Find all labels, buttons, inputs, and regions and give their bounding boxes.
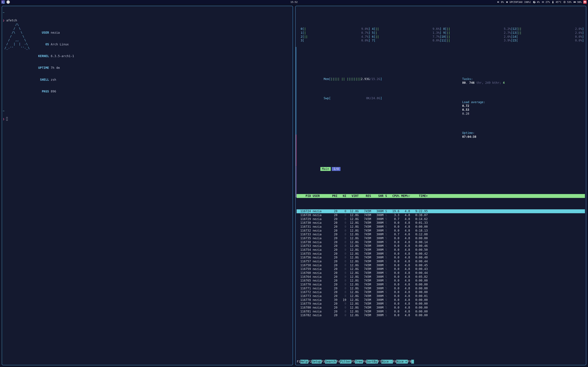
- afetch-value-shell: zsh: [51, 78, 56, 81]
- process-row[interactable]: 116756nezia20012.8G745M300MS0.04.80:00.4…: [297, 256, 585, 259]
- footer-key[interactable]: F8Nice +: [393, 360, 408, 364]
- gear-indicator[interactable]: 4%: [533, 0, 540, 4]
- tasks-label: Tasks:: [462, 77, 473, 81]
- terminal-app-icon[interactable]: >_: [1, 0, 5, 4]
- load-5: 0.53: [462, 108, 469, 111]
- afetch-value-kernel: 6.3.5-arch1-1: [51, 54, 74, 58]
- col-shr[interactable]: SHR: [371, 194, 383, 198]
- process-row[interactable]: 116754nezia20012.8G745M300MS0.04.80:00.5…: [297, 248, 585, 252]
- volume-icon: [497, 0, 500, 4]
- process-row[interactable]: 116728nezia20012.8G745M300MS3.34.80:38.0…: [297, 213, 585, 217]
- footer-key[interactable]: F2Setup: [308, 360, 321, 364]
- process-row[interactable]: 116780nezia20012.8G745M300MS0.04.80:00.0…: [297, 306, 585, 309]
- uptime-line: Uptime: 07:04:38: [437, 127, 584, 142]
- cursor[interactable]: [6, 117, 8, 121]
- footer-key[interactable]: F3Search: [321, 360, 337, 364]
- tasks-running: 4: [503, 81, 505, 84]
- menu-icon: [541, 0, 545, 4]
- afetch-value-pkgs: 896: [51, 90, 56, 93]
- prompt-icon: ❯: [3, 19, 6, 22]
- swp-label: Swp: [324, 97, 329, 100]
- terminal-pane-right[interactable]: 0[|9.0%]4[||9.6%]8[||5.2%]12[||2.0%]1[|0…: [295, 6, 587, 365]
- col-res[interactable]: RES: [359, 194, 371, 198]
- process-row[interactable]: 116738nezia20012.8G745M300MS0.04.80:00.1…: [297, 240, 585, 244]
- process-row[interactable]: 116764nezia20012.8G745M300MS0.04.80:05.8…: [297, 275, 585, 279]
- battery-indicator[interactable]: 98%: [573, 0, 581, 4]
- process-row[interactable]: 116765nezia20012.8G745M300MS0.04.80:00.0…: [297, 279, 585, 283]
- brightness-indicator[interactable]: 53%: [563, 0, 571, 4]
- process-row[interactable]: 116759nezia20012.8G745M300MS0.04.80:00.4…: [297, 267, 585, 271]
- process-row[interactable]: 116781nezia20012.8G745M300MS0.04.80:00.0…: [297, 309, 585, 314]
- volume-indicator[interactable]: 0%: [497, 0, 504, 4]
- tasks-thr-label: thr: [475, 81, 482, 84]
- load-15: 0.28: [462, 112, 469, 115]
- tasks-kthr: 249 kthr: [485, 81, 499, 84]
- process-list[interactable]: 116724nezia20012.8G745M300MS19.64.89:22.…: [297, 209, 585, 317]
- wifi-indicator[interactable]: UPC59F3A0 (88%): [505, 0, 531, 4]
- tab-main[interactable]: Main: [320, 167, 331, 171]
- uptime-label: Uptime:: [462, 131, 475, 134]
- process-row[interactable]: 116778nezia391912.8G745M300MS0.04.80:00.…: [297, 298, 585, 302]
- wifi-icon: [505, 0, 509, 4]
- swp-used: 0K: [366, 97, 370, 100]
- process-row[interactable]: 116770nezia20012.8G745M300MS0.04.80:00.0…: [297, 283, 585, 286]
- afetch-label-shell: SHELL: [36, 78, 49, 82]
- afetch-label-kernel: KERNEL: [36, 54, 49, 58]
- footer-key[interactable]: F7Nice -: [378, 360, 393, 364]
- col-s[interactable]: S: [383, 194, 387, 198]
- process-row[interactable]: 116773nezia20012.8G745M300MS0.04.80:00.0…: [297, 294, 585, 298]
- process-header[interactable]: PID USER PRI NI VIRT RES SHR S CPU% MEM%…: [297, 194, 585, 198]
- process-row[interactable]: 116724nezia20012.8G745M300MS19.64.89:22.…: [297, 209, 585, 213]
- col-ni[interactable]: NI: [337, 194, 346, 198]
- svg-rect-2: [574, 2, 575, 2]
- app-icon[interactable]: [7, 0, 10, 4]
- process-row[interactable]: 116771nezia20012.8G745M300MS0.04.80:00.0…: [297, 286, 585, 290]
- process-row[interactable]: 116753nezia20012.8G745M300MS0.04.80:00.4…: [297, 244, 585, 248]
- tab-io[interactable]: I/O: [332, 167, 340, 171]
- process-row[interactable]: 116729nezia20012.8G745M300MS0.74.80:14.6…: [297, 217, 585, 221]
- col-cpu[interactable]: CPU%: [387, 194, 399, 198]
- cpu-meter: 7[0.0%]: [370, 39, 441, 42]
- tasks-procs: 80: [462, 81, 466, 84]
- command-text: afetch: [6, 19, 17, 22]
- sun-icon: [563, 0, 566, 4]
- col-pid[interactable]: PID: [299, 194, 311, 198]
- col-virt[interactable]: VIRT: [346, 194, 359, 198]
- afetch-info: USER nezia OS Arch Linux KERNEL 6.3.5-ar…: [36, 23, 74, 101]
- temp-indicator[interactable]: 45°C: [552, 0, 562, 4]
- footer-key[interactable]: F6SortBy: [363, 360, 378, 364]
- process-row[interactable]: 116733nezia20012.8G745M300MS0.74.80:12.0…: [297, 233, 585, 236]
- process-row[interactable]: 116755nezia20012.8G745M300MS0.04.80:00.4…: [297, 252, 585, 256]
- afetch-value-user: nezia: [51, 31, 60, 34]
- process-row[interactable]: 116758nezia20012.8G745M300MS0.04.80:00.4…: [297, 263, 585, 267]
- footer-key[interactable]: F5Tree: [351, 360, 363, 364]
- col-time[interactable]: TIME+: [410, 194, 428, 198]
- footer-key[interactable]: F1Help: [297, 360, 308, 364]
- process-row[interactable]: 116782nezia20012.8G745M300MS0.04.80:00.0…: [297, 313, 585, 317]
- cpu-meter: 2[||4.7%]: [299, 35, 370, 39]
- col-user[interactable]: USER: [311, 194, 327, 198]
- htop-meters: 0[|9.0%]4[||9.6%]8[||5.2%]12[||2.0%]1[|0…: [297, 15, 585, 182]
- col-mem[interactable]: MEM%▽: [399, 194, 410, 198]
- process-row[interactable]: 116731nezia20012.8G745M300MS0.04.80:00.0…: [297, 225, 585, 229]
- swap-meter: Swp[0K/24.0G]: [299, 92, 436, 104]
- terminal-pane-left[interactable]: ~ ❯ afetch /\ / \ /\ \ / \ / ,, \ / | | …: [2, 6, 293, 365]
- col-pri[interactable]: PRI: [327, 194, 337, 198]
- load-label: Load average:: [462, 100, 485, 104]
- process-row[interactable]: 116735nezia20012.8G745M300MS0.04.80:00.0…: [297, 236, 585, 240]
- process-row[interactable]: 116757nezia20012.8G745M300MS0.04.80:00.4…: [297, 259, 585, 263]
- process-row[interactable]: 116772nezia20012.8G745M300MS0.04.80:00.0…: [297, 290, 585, 294]
- mem-total: 15.2G: [372, 77, 380, 81]
- process-row[interactable]: 116730nezia20012.8G745M300MS0.04.80:01.3…: [297, 221, 585, 225]
- clock: 15:52: [290, 0, 298, 4]
- process-row[interactable]: 116760nezia20012.8G745M300MS0.04.80:00.4…: [297, 271, 585, 275]
- footer-key[interactable]: F9: [408, 360, 414, 364]
- process-row[interactable]: 116779nezia20012.8G745M300MS0.04.80:00.0…: [297, 302, 585, 306]
- cpu-meter: 1[|0.7%]: [299, 31, 370, 35]
- discord-tray-icon[interactable]: [583, 0, 587, 4]
- wifi-value: UPC59F3A0 (88%): [510, 1, 531, 3]
- afetch-label-uptime: UPTIME: [36, 66, 49, 70]
- menu-indicator[interactable]: 27%: [541, 0, 550, 4]
- footer-key[interactable]: F4Filter: [337, 360, 352, 364]
- process-row[interactable]: 116732nezia20012.8G745M300MS0.04.80:18.1…: [297, 229, 585, 233]
